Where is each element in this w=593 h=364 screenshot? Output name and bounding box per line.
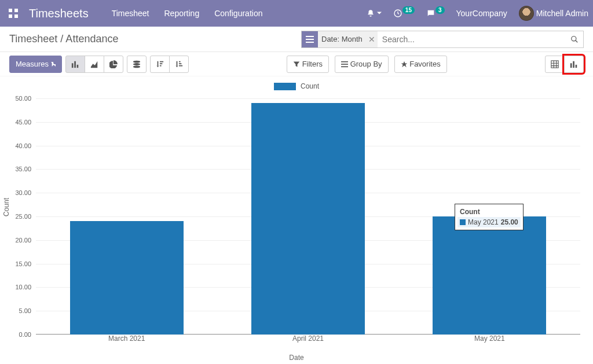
tooltip-swatch bbox=[460, 219, 466, 225]
notifications-icon[interactable] bbox=[367, 9, 382, 17]
groupby-button[interactable]: Group By bbox=[335, 56, 389, 73]
svg-rect-6 bbox=[306, 39, 314, 40]
graph-view: Count Count 0.005.0010.0015.0020.0025.00… bbox=[0, 76, 593, 364]
x-tick: April 2021 bbox=[292, 334, 324, 343]
main-menu: Timesheet Reporting Configuration bbox=[112, 9, 263, 18]
sort-desc-button[interactable] bbox=[150, 56, 170, 73]
measures-button[interactable]: Measures bbox=[9, 56, 62, 73]
view-switcher bbox=[545, 56, 584, 73]
groupby-label: Group By bbox=[350, 60, 382, 68]
user-avatar bbox=[519, 6, 534, 21]
svg-rect-7 bbox=[306, 42, 314, 43]
activities-badge: 15 bbox=[402, 6, 415, 14]
y-tick: 50.00 bbox=[15, 95, 31, 102]
favorites-label: Favorites bbox=[409, 60, 440, 68]
svg-rect-10 bbox=[74, 61, 76, 67]
nav-timesheet[interactable]: Timesheet bbox=[112, 9, 149, 18]
search-input[interactable] bbox=[378, 35, 566, 44]
x-tick: May 2021 bbox=[474, 334, 505, 343]
nav-reporting[interactable]: Reporting bbox=[164, 9, 199, 18]
y-tick: 40.00 bbox=[15, 142, 31, 149]
chart-line-button[interactable] bbox=[85, 56, 104, 73]
svg-rect-19 bbox=[570, 63, 572, 68]
legend-label: Count bbox=[301, 82, 319, 90]
chart-stacked-button[interactable] bbox=[127, 56, 147, 73]
svg-point-14 bbox=[133, 65, 140, 68]
chart-bar[interactable] bbox=[433, 216, 546, 334]
filters-label: Filters bbox=[302, 60, 323, 68]
apps-menu-icon[interactable] bbox=[0, 0, 27, 27]
tooltip-title: Count bbox=[460, 208, 518, 216]
svg-rect-9 bbox=[72, 63, 74, 68]
x-axis-label: Date bbox=[0, 354, 593, 362]
view-pivot-button[interactable] bbox=[545, 56, 565, 73]
chart-bar-button[interactable] bbox=[65, 56, 85, 73]
search-facet-date: Date: Month ✕ bbox=[302, 31, 378, 47]
sort-asc-button[interactable] bbox=[169, 56, 189, 73]
svg-rect-16 bbox=[341, 64, 348, 65]
systray: 15 3 YourCompany Mitchell Admin bbox=[367, 6, 588, 21]
measures-label: Measures bbox=[16, 60, 49, 68]
chart-pie-button[interactable] bbox=[104, 56, 123, 73]
view-graph-button[interactable] bbox=[564, 56, 584, 73]
svg-point-13 bbox=[133, 63, 140, 65]
y-tick: 10.00 bbox=[15, 284, 31, 291]
favorites-button[interactable]: Favorites bbox=[394, 56, 447, 73]
y-tick: 15.00 bbox=[15, 260, 31, 267]
y-tick: 45.00 bbox=[15, 119, 31, 126]
chart-bar[interactable] bbox=[70, 221, 184, 334]
y-tick: 20.00 bbox=[15, 237, 31, 244]
breadcrumb: Timesheet / Attendance bbox=[9, 33, 118, 45]
search-facet-label: Date: Month bbox=[318, 31, 366, 47]
user-menu[interactable]: Mitchell Admin bbox=[519, 6, 588, 21]
groupby-facet-icon bbox=[302, 31, 318, 47]
y-tick: 5.00 bbox=[19, 307, 31, 314]
chart-type-group bbox=[65, 56, 123, 73]
filters-button[interactable]: Filters bbox=[287, 56, 329, 73]
svg-rect-15 bbox=[341, 61, 348, 62]
search-submit-icon[interactable] bbox=[566, 31, 583, 47]
search-options: Filters Group By Favorites bbox=[287, 56, 447, 73]
control-panel-top: Timesheet / Attendance Date: Month ✕ bbox=[0, 27, 593, 52]
tooltip-series: May 2021 bbox=[468, 218, 499, 226]
messaging-icon[interactable]: 3 bbox=[426, 9, 445, 18]
search-facet-remove[interactable]: ✕ bbox=[366, 31, 378, 47]
svg-rect-18 bbox=[551, 60, 558, 67]
company-switcher[interactable]: YourCompany bbox=[456, 9, 507, 18]
svg-rect-20 bbox=[573, 61, 574, 67]
svg-rect-3 bbox=[14, 14, 18, 18]
svg-rect-21 bbox=[576, 64, 577, 67]
chart-tooltip: Count May 2021 25.00 bbox=[455, 204, 524, 230]
y-axis-ticks: 0.005.0010.0015.0020.0025.0030.0035.0040… bbox=[0, 98, 35, 334]
messaging-badge: 3 bbox=[435, 6, 445, 14]
control-panel-bottom: Measures Filters Group By Favorites bbox=[0, 52, 593, 76]
top-nav-bar: Timesheets Timesheet Reporting Configura… bbox=[0, 0, 593, 27]
svg-rect-1 bbox=[14, 9, 18, 12]
x-axis-ticks: March 2021April 2021May 2021 bbox=[36, 334, 580, 346]
app-brand[interactable]: Timesheets bbox=[29, 7, 89, 20]
chart-bar[interactable] bbox=[251, 103, 365, 334]
legend-swatch bbox=[274, 83, 296, 90]
x-tick: March 2021 bbox=[108, 334, 145, 343]
y-tick: 25.00 bbox=[15, 213, 31, 220]
svg-point-12 bbox=[133, 60, 140, 62]
svg-rect-2 bbox=[9, 14, 12, 18]
user-name: Mitchell Admin bbox=[536, 9, 588, 18]
activities-icon[interactable]: 15 bbox=[393, 9, 415, 18]
y-tick: 0.00 bbox=[19, 331, 31, 338]
nav-configuration[interactable]: Configuration bbox=[214, 9, 262, 18]
chart-legend: Count bbox=[0, 76, 593, 93]
svg-point-8 bbox=[572, 36, 576, 41]
svg-rect-11 bbox=[76, 64, 78, 67]
svg-rect-5 bbox=[306, 36, 314, 37]
svg-rect-0 bbox=[9, 9, 12, 12]
search-view: Date: Month ✕ bbox=[301, 31, 584, 48]
y-tick: 35.00 bbox=[15, 166, 31, 172]
svg-rect-17 bbox=[341, 66, 348, 67]
y-tick: 30.00 bbox=[15, 189, 31, 196]
tooltip-value: 25.00 bbox=[501, 218, 518, 226]
sort-group bbox=[150, 56, 189, 73]
